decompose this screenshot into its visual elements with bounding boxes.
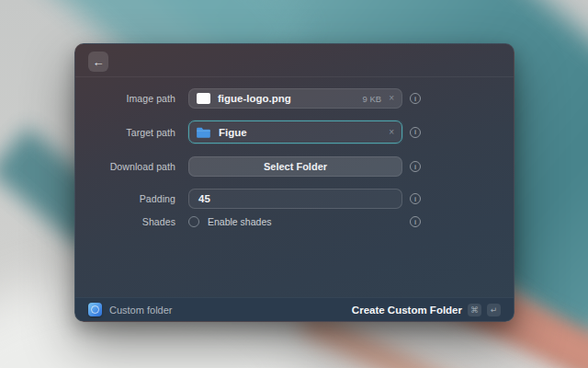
target-path-row: Target path Figue × i (75, 121, 514, 144)
command-key-icon: ⌘ (468, 304, 481, 316)
image-path-row: Image path figue-logo.png 9 KB × i (75, 88, 514, 109)
info-icon[interactable]: i (410, 193, 421, 204)
custom-folder-dialog: ← Image path figue-logo.png 9 KB × i Tar… (74, 43, 514, 322)
image-path-label: Image path (75, 93, 175, 104)
clear-file-icon[interactable]: × (389, 94, 394, 103)
shades-label: Shades (75, 216, 175, 227)
back-arrow-icon: ← (93, 56, 105, 68)
info-icon[interactable]: i (410, 93, 421, 104)
back-button[interactable]: ← (88, 52, 108, 72)
app-name: Custom folder (109, 305, 172, 316)
padding-label: Padding (75, 193, 175, 204)
file-name: figue-logo.png (218, 93, 291, 104)
return-key-icon: ↵ (487, 304, 501, 316)
enable-shades-label[interactable]: Enable shades (208, 216, 271, 227)
padding-input[interactable]: 45 (188, 189, 402, 209)
clear-target-icon[interactable]: × (389, 128, 394, 137)
info-icon[interactable]: i (410, 216, 421, 227)
desktop: ← Image path figue-logo.png 9 KB × i Tar… (0, 0, 588, 368)
target-path-label: Target path (75, 127, 175, 138)
folder-icon (197, 127, 210, 138)
select-folder-button[interactable]: Select Folder (188, 156, 402, 177)
info-icon[interactable]: i (410, 127, 421, 138)
enable-shades-checkbox[interactable] (188, 216, 199, 227)
app-icon (88, 303, 102, 316)
target-folder-name: Figue (219, 127, 247, 138)
dialog-footer: Custom folder Create Custom Folder ⌘ ↵ (75, 297, 514, 321)
download-path-row: Download path Select Folder i (75, 156, 514, 177)
create-custom-folder-button[interactable]: Create Custom Folder ⌘ ↵ (352, 304, 501, 316)
target-path-field[interactable]: Figue × (188, 121, 402, 144)
image-thumbnail (197, 93, 210, 104)
submit-label: Create Custom Folder (352, 305, 462, 316)
image-path-file-chip[interactable]: figue-logo.png 9 KB × (188, 88, 402, 109)
info-icon[interactable]: i (410, 161, 421, 172)
padding-row: Padding 45 i (75, 189, 514, 209)
shades-row: Shades Enable shades i (75, 215, 514, 228)
dialog-header: ← (75, 44, 514, 77)
file-size-badge: 9 KB (363, 94, 382, 104)
download-path-label: Download path (75, 161, 175, 172)
